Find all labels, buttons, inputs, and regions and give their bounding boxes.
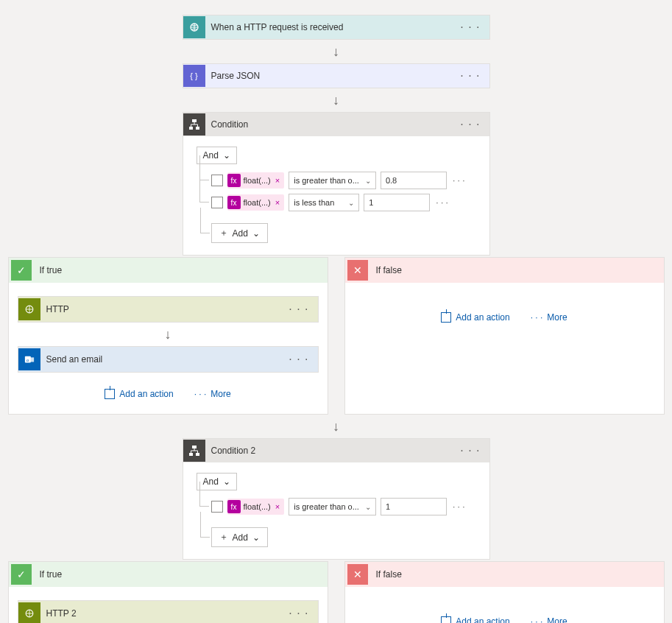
more-button[interactable]: · · · More xyxy=(531,312,567,323)
http-icon xyxy=(18,602,40,623)
add-action-button[interactable]: Add an action xyxy=(105,389,173,399)
condition-rule: fx float(...) × is greater than o... ⌄ 1… xyxy=(211,498,476,515)
fx-icon: fx xyxy=(227,500,241,513)
svg-rect-2 xyxy=(189,127,193,130)
card-menu-button[interactable]: · · · xyxy=(457,444,483,457)
if-false-label: If false xyxy=(376,265,402,275)
svg-rect-1 xyxy=(192,119,197,122)
svg-rect-8 xyxy=(192,446,197,448)
cross-icon: ✕ xyxy=(347,260,368,281)
parse-json-title: Parse JSON xyxy=(211,71,458,81)
more-button[interactable]: · · · More xyxy=(194,389,231,399)
card-menu-button[interactable]: · · · xyxy=(457,21,483,34)
svg-rect-10 xyxy=(196,453,199,456)
chevron-down-icon: ⌄ xyxy=(252,228,260,239)
value-input[interactable]: 0.8 xyxy=(381,172,447,189)
http-trigger-icon xyxy=(183,16,205,38)
chip-remove-icon[interactable]: × xyxy=(274,198,281,207)
insert-step-icon xyxy=(441,312,451,323)
insert-step-icon xyxy=(441,616,451,623)
card-menu-button[interactable]: · · · xyxy=(457,69,483,82)
chevron-down-icon: ⌄ xyxy=(365,177,371,185)
fx-icon: fx xyxy=(227,196,241,209)
if-true-branch: ✓ If true HTTP · · · ↓ xyxy=(8,257,328,415)
rule-menu-button[interactable]: · · · xyxy=(434,197,450,208)
chevron-down-icon: ⌄ xyxy=(365,503,371,511)
more-button[interactable]: · · · More xyxy=(531,616,567,623)
operator-dropdown[interactable]: is less than ⌄ xyxy=(289,194,359,211)
cross-icon: ✕ xyxy=(347,564,368,585)
condition-card: Condition · · · And ⌄ fx float(...) × xyxy=(183,112,490,256)
condition-rule: fx float(...) × is greater than o... ⌄ 0… xyxy=(211,172,476,189)
plus-icon: ＋ xyxy=(219,227,228,239)
add-rule-button[interactable]: ＋ Add ⌄ xyxy=(211,527,268,547)
condition-branches: ✓ If true HTTP · · · ↓ xyxy=(8,257,665,415)
if-true-branch: ✓ If true HTTP 2 · · · ↓ xyxy=(8,561,328,623)
rule-menu-button[interactable]: · · · xyxy=(451,175,467,186)
if-true-label: If true xyxy=(40,265,63,275)
chevron-down-icon: ⌄ xyxy=(223,150,230,161)
expression-chip[interactable]: fx float(...) × xyxy=(227,194,285,211)
add-action-button[interactable]: Add an action xyxy=(441,312,509,323)
expression-chip[interactable]: fx float(...) × xyxy=(227,172,285,189)
add-action-button[interactable]: Add an action xyxy=(441,616,509,623)
http2-action-card[interactable]: HTTP 2 · · · xyxy=(18,600,319,623)
http2-title: HTTP 2 xyxy=(46,608,286,619)
rule-menu-button[interactable]: · · · xyxy=(451,501,467,512)
chip-remove-icon[interactable]: × xyxy=(274,502,281,511)
http-icon xyxy=(18,298,40,320)
chevron-down-icon: ⌄ xyxy=(252,532,260,543)
flow-arrow-icon: ↓ xyxy=(329,416,344,437)
plus-icon: ＋ xyxy=(219,531,228,543)
check-icon: ✓ xyxy=(11,564,32,585)
flow-arrow-icon: ↓ xyxy=(329,41,344,62)
condition2-branches: ✓ If true HTTP 2 · · · ↓ xyxy=(8,561,665,623)
flow-arrow-icon: ↓ xyxy=(160,324,175,345)
outlook-icon: o xyxy=(18,348,40,370)
svg-rect-3 xyxy=(196,127,199,130)
if-false-label: If false xyxy=(376,569,402,580)
condition-icon xyxy=(183,113,205,135)
add-rule-button[interactable]: ＋ Add ⌄ xyxy=(211,223,268,243)
insert-step-icon xyxy=(105,389,115,399)
value-input[interactable]: 1 xyxy=(381,498,447,515)
value-input[interactable]: 1 xyxy=(364,194,430,211)
rule-checkbox[interactable] xyxy=(211,175,223,186)
flow-arrow-icon: ↓ xyxy=(329,90,344,110)
if-false-branch: ✕ If false Add an action · · · More xyxy=(344,257,665,415)
card-menu-button[interactable]: · · · xyxy=(286,353,311,366)
svg-rect-6 xyxy=(29,357,34,362)
operator-dropdown[interactable]: is greater than o... ⌄ xyxy=(289,172,376,189)
if-true-label: If true xyxy=(40,569,63,580)
condition-rule: fx float(...) × is less than ⌄ 1 · · · xyxy=(211,194,476,211)
trigger-card[interactable]: When a HTTP request is received · · · xyxy=(183,15,490,40)
trigger-title: When a HTTP request is received xyxy=(211,22,458,32)
fx-icon: fx xyxy=(227,174,241,187)
http-action-card[interactable]: HTTP · · · xyxy=(18,296,319,323)
condition2-card: Condition 2 · · · And ⌄ fx float(...) × xyxy=(183,438,490,560)
condition-icon xyxy=(183,440,205,462)
card-menu-button[interactable]: · · · xyxy=(286,303,311,316)
if-false-branch: ✕ If false Add an action · · · More xyxy=(344,561,665,623)
parse-json-icon: { } xyxy=(183,65,205,87)
svg-text:o: o xyxy=(26,357,29,362)
chip-remove-icon[interactable]: × xyxy=(274,176,281,185)
operator-dropdown[interactable]: is greater than o... ⌄ xyxy=(289,498,376,515)
check-icon: ✓ xyxy=(11,260,32,281)
condition2-title: Condition 2 xyxy=(211,446,458,456)
rule-checkbox[interactable] xyxy=(211,501,223,513)
card-menu-button[interactable]: · · · xyxy=(457,118,483,131)
condition-title: Condition xyxy=(211,119,458,130)
email-title: Send an email xyxy=(46,354,286,365)
http-title: HTTP xyxy=(46,304,286,314)
parse-json-card[interactable]: { } Parse JSON · · · xyxy=(183,63,490,88)
chevron-down-icon: ⌄ xyxy=(223,476,230,487)
expression-chip[interactable]: fx float(...) × xyxy=(227,499,285,515)
chevron-down-icon: ⌄ xyxy=(348,199,354,207)
svg-rect-9 xyxy=(189,453,193,456)
email-action-card[interactable]: o Send an email · · · xyxy=(18,346,319,373)
rule-checkbox[interactable] xyxy=(211,197,223,208)
card-menu-button[interactable]: · · · xyxy=(286,607,311,620)
